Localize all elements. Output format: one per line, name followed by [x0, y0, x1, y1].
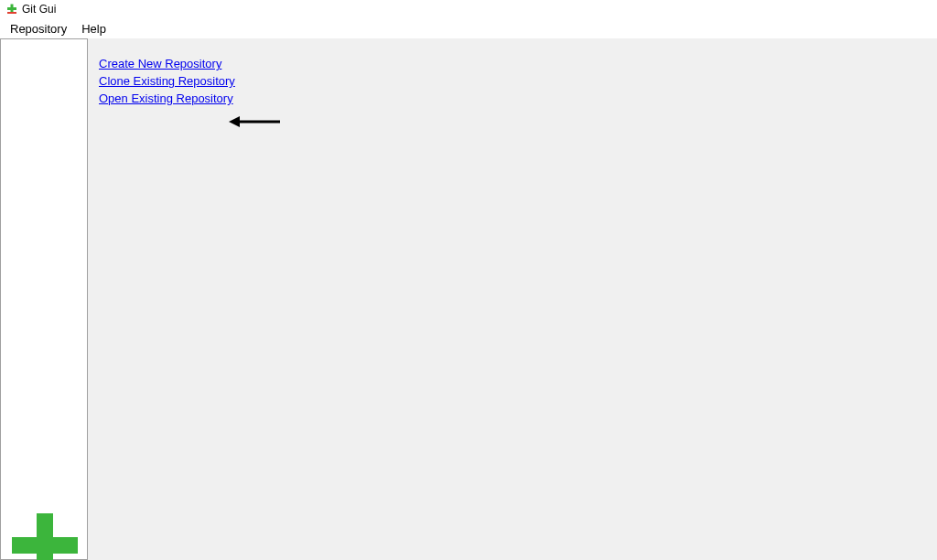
- window-titlebar: Git Gui: [0, 0, 937, 18]
- create-new-repository-link[interactable]: Create New Repository: [99, 57, 221, 70]
- menubar: Repository Help: [0, 18, 937, 38]
- open-existing-repository-link[interactable]: Open Existing Repository: [99, 92, 233, 105]
- content-panel: Create New Repository Clone Existing Rep…: [88, 38, 937, 560]
- main-area: Create New Repository Clone Existing Rep…: [0, 38, 937, 560]
- plus-icon: [37, 513, 53, 560]
- action-links: Create New Repository Clone Existing Rep…: [99, 57, 926, 105]
- app-icon: [5, 3, 18, 16]
- window-title: Git Gui: [22, 3, 56, 16]
- clone-existing-repository-link[interactable]: Clone Existing Repository: [99, 74, 235, 88]
- menu-repository[interactable]: Repository: [3, 20, 74, 37]
- left-logo-panel: [0, 38, 88, 560]
- menu-help[interactable]: Help: [74, 20, 113, 37]
- svg-rect-2: [7, 12, 16, 14]
